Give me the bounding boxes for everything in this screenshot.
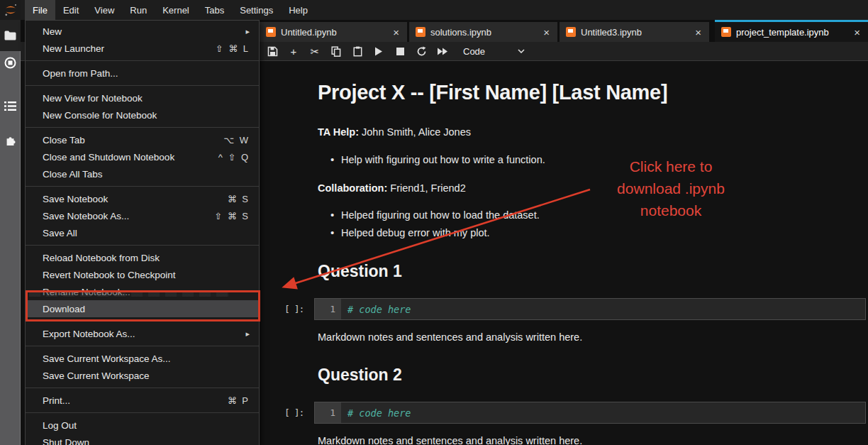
code-text: # code here (341, 299, 411, 319)
menubar-item-file[interactable]: File (25, 0, 55, 20)
tab-untitled-ipynb[interactable]: Untitled.ipynb× (260, 22, 407, 42)
copy-cells-icon[interactable] (326, 42, 347, 61)
file-menu-item-new-launcher[interactable]: New Launcher⇧ ⌘ L (26, 40, 259, 57)
tab-untitled3-ipynb[interactable]: Untitled3.ipynb× (560, 22, 709, 42)
menubar-item-view[interactable]: View (87, 0, 122, 20)
notebook-icon (566, 27, 576, 37)
paste-cells-icon[interactable] (347, 42, 368, 61)
close-icon[interactable]: × (694, 27, 703, 38)
cell-prompt: [ ]: (284, 407, 304, 418)
tab-project-template-ipynb[interactable]: project_template.ipynb× (715, 20, 868, 42)
file-menu-item-close-and-shutdown-notebook[interactable]: Close and Shutdown Notebook^ ⇧ Q (26, 148, 259, 165)
menu-item-label: Reload Notebook from Disk (43, 253, 160, 263)
line-number: 1 (315, 299, 341, 319)
markdown-note-1: Markdown notes and sentences and analysi… (318, 331, 582, 343)
file-menu-item-save-current-workspace-as[interactable]: Save Current Workspace As... (26, 350, 259, 367)
submenu-arrow-icon: ▸ (245, 329, 250, 339)
close-icon[interactable]: × (542, 27, 551, 38)
restart-kernel-icon[interactable] (411, 42, 432, 61)
menu-item-label: Close All Tabs (43, 169, 103, 180)
menu-item-label: Export Notebook As... (43, 329, 135, 339)
tab-label: solutions.ipynb (430, 27, 491, 38)
collaboration-label: Collaboration: (318, 182, 387, 194)
menu-item-label: New Launcher (43, 43, 104, 54)
menu-separator (26, 346, 259, 346)
running-sessions-icon[interactable] (0, 57, 21, 69)
file-menu-item-shut-down[interactable]: Shut Down (26, 434, 259, 445)
annotation-line: Click here to (593, 155, 749, 177)
question-1-heading: Question 1 (318, 262, 402, 281)
collaboration-value: Friend1, Friend2 (387, 182, 465, 194)
file-menu-item-log-out[interactable]: Log Out (26, 417, 259, 434)
menubar-item-help[interactable]: Help (281, 0, 316, 20)
code-cell-2[interactable]: [ ]: 1 # code here (314, 402, 866, 424)
menubar-item-edit[interactable]: Edit (55, 0, 87, 20)
code-editor[interactable]: 1 # code here (314, 402, 866, 424)
folder-icon (4, 31, 16, 40)
menu-item-label: Save Current Workspace (43, 370, 150, 381)
menu-separator (26, 127, 259, 128)
close-icon[interactable]: × (852, 27, 862, 38)
submenu-arrow-icon: ▸ (245, 27, 250, 36)
file-menu-item-revert-notebook-to-checkpoint[interactable]: Revert Notebook to Checkpoint (26, 266, 259, 283)
file-menu-item-save-current-workspace[interactable]: Save Current Workspace (26, 367, 259, 384)
question-2-heading: Question 2 (318, 366, 402, 385)
menu-separator (26, 85, 259, 86)
file-menu-item-reload-notebook-from-disk[interactable]: Reload Notebook from Disk (26, 249, 259, 266)
file-menu-item-close-all-tabs[interactable]: Close All Tabs (26, 165, 259, 182)
close-icon[interactable]: × (391, 27, 401, 38)
file-menu-item-new-view-for-notebook[interactable]: New View for Notebook (26, 89, 259, 106)
extensions-icon[interactable] (0, 133, 21, 146)
restart-run-all-icon[interactable] (432, 42, 453, 61)
table-of-contents-icon[interactable] (0, 101, 21, 111)
menubar-item-settings[interactable]: Settings (232, 0, 281, 20)
cell-prompt: [ ]: (284, 304, 304, 314)
jupyterlab-window: Untitled.ipynb×solutions.ipynb×Untitled3… (0, 0, 868, 445)
annotation-line: notebook (593, 199, 749, 221)
annotation-line: download .ipynb (593, 177, 749, 199)
file-menu-item-print[interactable]: Print...⌘ P (26, 392, 259, 409)
file-menu-item-save-notebook[interactable]: Save Notebook⌘ S (26, 190, 259, 207)
file-menu-item-open-from-path[interactable]: Open from Path... (26, 65, 259, 82)
file-menu-item-close-tab[interactable]: Close Tab⌥ W (26, 131, 259, 148)
menu-item-shortcut: ⇧ ⌘ L (216, 43, 250, 54)
menu-item-shortcut: ⌘ S (228, 194, 250, 204)
tab-label: Untitled3.ipynb (581, 27, 642, 38)
file-menu-item-new[interactable]: New▸ (26, 23, 259, 40)
file-menu: New▸New Launcher⇧ ⌘ LOpen from Path...Ne… (25, 20, 260, 445)
menu-separator (26, 412, 259, 413)
ta-help-line: TA Help: John Smith, Alice Jones (318, 126, 471, 138)
cell-type-dropdown[interactable]: Code (463, 46, 525, 57)
menu-bar-items: FileEditViewRunKernelTabsSettingsHelp (25, 0, 316, 20)
code-cell-1[interactable]: [ ]: 1 # code here (314, 298, 866, 320)
file-menu-item-export-notebook-as[interactable]: Export Notebook As...▸ (26, 325, 259, 342)
ta-help-value: John Smith, Alice Jones (359, 126, 471, 138)
cut-cells-icon[interactable]: ✂ (304, 42, 326, 61)
annotation-text: Click here to download .ipynb notebook (593, 155, 749, 221)
menu-item-label: Save Current Workspace As... (43, 353, 171, 364)
menubar-item-tabs[interactable]: Tabs (197, 0, 232, 20)
save-icon[interactable] (262, 42, 283, 61)
tab-solutions-ipynb[interactable]: solutions.ipynb× (409, 22, 557, 42)
file-browser-tab[interactable] (0, 20, 21, 51)
chevron-down-icon (518, 49, 525, 53)
menubar-item-kernel[interactable]: Kernel (155, 0, 197, 20)
menu-item-label: Save All (43, 228, 77, 238)
add-cell-icon[interactable]: + (283, 42, 304, 61)
notebook-icon (416, 27, 425, 37)
menu-item-shortcut: ⇧ ⌘ S (214, 211, 250, 221)
jupyter-logo-icon[interactable] (0, 0, 21, 20)
ta-bullet-item: Help with figuring out how to write a fu… (341, 154, 545, 165)
notebook-icon (266, 27, 276, 37)
menu-item-shortcut: ⌥ W (223, 135, 250, 145)
collab-bullet-item: Helped debug error with my plot. (341, 227, 490, 238)
file-menu-item-save-notebook-as[interactable]: Save Notebook As...⇧ ⌘ S (26, 207, 259, 224)
menu-item-shortcut: ^ ⇧ Q (218, 152, 250, 163)
file-menu-item-save-all[interactable]: Save All (26, 224, 259, 241)
file-menu-item-new-console-for-notebook[interactable]: New Console for Notebook (26, 106, 259, 123)
menubar-item-run[interactable]: Run (122, 0, 155, 20)
stop-kernel-icon[interactable] (389, 42, 411, 61)
run-cell-icon[interactable] (368, 42, 389, 61)
code-editor[interactable]: 1 # code here (314, 298, 866, 320)
notebook-icon (721, 27, 731, 37)
